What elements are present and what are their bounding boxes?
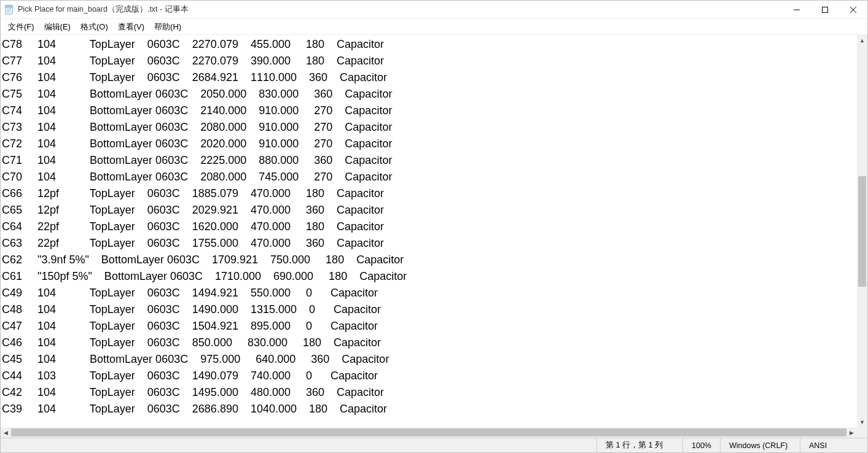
titlebar-left: Pick Place for main_board（完成版）.txt - 记事本	[1, 4, 189, 15]
content-wrapper: C78 104 TopLayer 0603C 2270.079 455.000 …	[1, 35, 867, 427]
menu-view[interactable]: 查看(V)	[113, 20, 149, 34]
minimize-icon	[794, 7, 800, 13]
close-icon	[850, 7, 856, 13]
scroll-left-button[interactable]: ◀	[1, 427, 11, 438]
vertical-scrollbar[interactable]: ▲ ▼	[857, 35, 867, 427]
status-line-ending: Windows (CRLF)	[720, 438, 800, 452]
chevron-left-icon: ◀	[4, 430, 8, 436]
menu-format[interactable]: 格式(O)	[76, 20, 113, 34]
text-area[interactable]: C78 104 TopLayer 0603C 2270.079 455.000 …	[1, 35, 857, 427]
menu-edit[interactable]: 编辑(E)	[39, 20, 76, 34]
chevron-right-icon: ▶	[850, 430, 854, 436]
menubar: 文件(F) 编辑(E) 格式(O) 查看(V) 帮助(H)	[1, 19, 867, 35]
status-position: 第 1 行，第 1 列	[596, 438, 682, 452]
horizontal-scroll-thumb[interactable]	[11, 428, 846, 436]
svg-rect-1	[6, 6, 12, 7]
minimize-button[interactable]	[783, 1, 811, 18]
status-zoom: 100%	[682, 438, 720, 452]
scrollbar-corner	[857, 427, 867, 438]
titlebar: Pick Place for main_board（完成版）.txt - 记事本	[1, 1, 867, 19]
close-button[interactable]	[839, 1, 867, 18]
window-controls	[783, 1, 867, 18]
horizontal-scrollbar[interactable]: ◀ ▶	[1, 427, 857, 438]
status-encoding: ANSI	[800, 438, 867, 452]
scroll-right-button[interactable]: ▶	[846, 427, 857, 438]
maximize-button[interactable]	[811, 1, 839, 18]
notepad-icon	[4, 5, 14, 15]
vertical-scroll-thumb[interactable]	[858, 176, 866, 287]
menu-file[interactable]: 文件(F)	[3, 20, 39, 34]
svg-rect-7	[823, 7, 828, 12]
scroll-down-button[interactable]: ▼	[857, 417, 867, 427]
window-title: Pick Place for main_board（完成版）.txt - 记事本	[18, 4, 189, 15]
maximize-icon	[822, 7, 828, 13]
menu-help[interactable]: 帮助(H)	[149, 20, 186, 34]
chevron-down-icon: ▼	[859, 419, 865, 425]
chevron-up-icon: ▲	[859, 37, 865, 44]
statusbar: 第 1 行，第 1 列 100% Windows (CRLF) ANSI	[1, 438, 867, 452]
notepad-window: Pick Place for main_board（完成版）.txt - 记事本…	[0, 0, 868, 453]
vertical-scroll-track[interactable]	[857, 45, 867, 417]
horizontal-scroll-track[interactable]	[11, 427, 846, 438]
scroll-up-button[interactable]: ▲	[857, 35, 867, 45]
